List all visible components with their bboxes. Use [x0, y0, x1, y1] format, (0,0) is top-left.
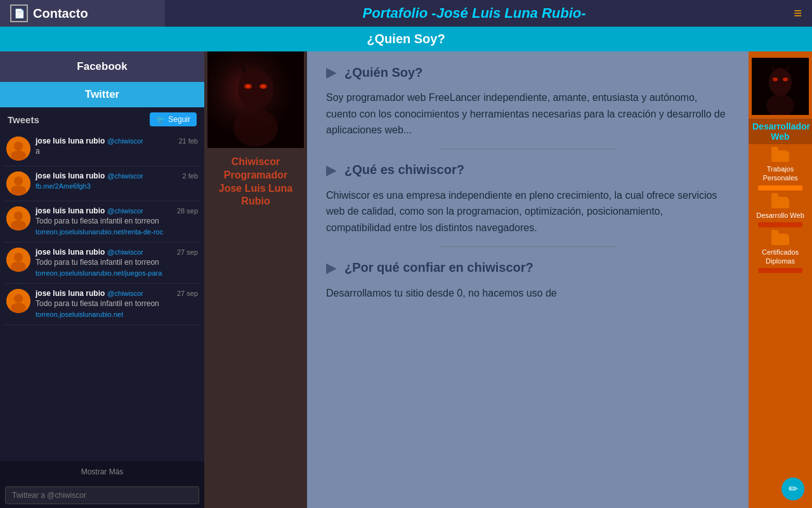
- right-sidebar-label: Desarrollo Web: [756, 211, 804, 220]
- tweet-text: fb.me/2Ame6fgh3: [36, 182, 198, 190]
- facebook-bar[interactable]: Facebook: [0, 51, 204, 82]
- play-icon: ▶: [326, 64, 337, 81]
- section-title: ¿Quién Soy?: [344, 65, 422, 80]
- twitter-bar: Twitter: [0, 82, 204, 107]
- sub-header-title: ¿Quien Soy?: [367, 32, 445, 46]
- sub-header: ¿Quien Soy?: [0, 27, 812, 51]
- svg-point-2: [11, 150, 26, 161]
- tweet-avatar: [6, 206, 30, 231]
- tweet-avatar: [6, 289, 30, 313]
- menu-icon[interactable]: ≡: [783, 5, 812, 22]
- main-layout: Facebook Twitter Tweets 🐦 Seguir: [0, 51, 812, 508]
- pencil-fab[interactable]: ✏: [782, 478, 804, 500]
- profile-image-inner: [207, 51, 304, 148]
- svg-point-1: [14, 142, 23, 150]
- folder-icon: [771, 150, 789, 162]
- tweet-username: jose luis luna rubio: [36, 248, 105, 257]
- tweet-username: jose luis luna rubio: [36, 171, 105, 180]
- tweet-date: 2 feb: [183, 172, 198, 180]
- tweets-list[interactable]: jose luis luna rubio @chiwiscor 21 feb a: [0, 131, 204, 461]
- tweet-avatar: [6, 248, 30, 272]
- tweets-title: Tweets: [8, 114, 39, 125]
- tweet-text: a: [36, 147, 198, 156]
- svg-point-27: [783, 77, 788, 81]
- svg-point-23: [233, 109, 278, 147]
- tweet-handle: @chiwiscor: [107, 172, 143, 180]
- follow-button[interactable]: 🐦 Seguir: [150, 112, 197, 126]
- tweet-content: jose luis luna rubio @chiwiscor 2 feb fb…: [36, 171, 198, 196]
- profile-panel: ChiwiscorProgramadorJose Luis LunaRubio: [204, 51, 307, 508]
- tweet-content: jose luis luna rubio @chiwiscor 27 sep T…: [36, 289, 198, 319]
- svg-point-4: [14, 177, 23, 185]
- play-icon: ▶: [326, 162, 337, 178]
- tweet-date: 21 feb: [178, 137, 198, 145]
- left-sidebar: Facebook Twitter Tweets 🐦 Seguir: [0, 51, 204, 508]
- section-divider: [439, 149, 617, 149]
- svg-point-19: [246, 85, 250, 88]
- tweet-content: jose luis luna rubio @chiwiscor 21 feb a: [36, 137, 198, 161]
- profile-image: [207, 51, 304, 148]
- svg-point-10: [14, 253, 23, 262]
- svg-point-11: [11, 262, 26, 272]
- svg-point-25: [769, 68, 792, 96]
- section-text: Chiwiscor es una empresa independiente e…: [326, 187, 730, 236]
- content-section-por-que: ▶ ¿Por qué confiar en chiwiscor? Desarro…: [326, 260, 730, 302]
- tweet-item: jose luis luna rubio @chiwiscor 2 feb fb…: [4, 166, 200, 201]
- content-section-que-es: ▶ ¿Qué es chiwiscor? Chiwiscor es una em…: [326, 162, 730, 247]
- tweet-handle: @chiwiscor: [107, 248, 143, 256]
- top-header: 📄 Contacto Portafolio -José Luis Luna Ru…: [0, 0, 812, 27]
- tweet-link[interactable]: torreon.joseluislunarubio.net: [36, 311, 123, 318]
- tweet-date: 27 sep: [177, 290, 198, 297]
- svg-point-7: [14, 211, 23, 220]
- tweets-header: Tweets 🐦 Seguir: [0, 107, 204, 131]
- developer-label: Desarrollador Web: [749, 119, 812, 144]
- tweet-date: 28 sep: [177, 207, 198, 215]
- svg-point-14: [11, 303, 26, 313]
- section-divider: [439, 246, 617, 247]
- svg-point-16: [238, 69, 273, 110]
- svg-point-8: [11, 220, 26, 231]
- sidebar-bar: [758, 268, 802, 273]
- tweet-handle: @chiwiscor: [107, 137, 143, 145]
- folder-icon: [771, 234, 789, 245]
- certificados-item[interactable]: CertificadosDiplomas: [752, 234, 809, 274]
- profile-name: ChiwiscorProgramadorJose Luis LunaRubio: [214, 148, 298, 211]
- tweets-section: Tweets 🐦 Seguir jose luis luna rubio @ch: [0, 107, 204, 508]
- tweet-content: jose luis luna rubio @chiwiscor 28 sep T…: [36, 206, 198, 237]
- logo-text: Contacto: [33, 6, 88, 21]
- tweet-handle: @chiwiscor: [107, 290, 143, 297]
- tweet-avatar: [6, 137, 30, 161]
- main-content[interactable]: ▶ ¿Quién Soy? Soy programador web FreeLa…: [307, 51, 749, 508]
- tweet-date: 27 sep: [177, 248, 198, 256]
- play-icon: ▶: [326, 260, 337, 276]
- right-profile-image: [752, 58, 809, 115]
- section-title: ¿Qué es chiwiscor?: [344, 163, 464, 177]
- sidebar-bar: [758, 222, 802, 227]
- tweet-text: Todo para tu fiesta infantil en torreon: [36, 258, 198, 267]
- section-heading: ▶ ¿Quién Soy?: [326, 64, 730, 81]
- tweet-link[interactable]: torreon.joseluislunarubio.net/renta-de-r…: [36, 228, 163, 236]
- tweet-username: jose luis luna rubio: [36, 289, 105, 298]
- tweet-item: jose luis luna rubio @chiwiscor 28 sep T…: [4, 201, 200, 243]
- folder-icon: [771, 197, 789, 208]
- sidebar-bar: [758, 185, 802, 190]
- pencil-icon: ✏: [789, 482, 798, 496]
- tweet-handle: @chiwiscor: [107, 207, 143, 215]
- tweet-input[interactable]: [5, 486, 199, 504]
- svg-point-5: [11, 185, 26, 196]
- trabajos-personales-item[interactable]: TrabajosPersonales: [752, 150, 809, 190]
- svg-point-13: [14, 294, 23, 303]
- section-heading: ▶ ¿Por qué confiar en chiwiscor?: [326, 260, 730, 276]
- desarrollo-web-item[interactable]: Desarrollo Web: [752, 197, 809, 227]
- right-sidebar-label: CertificadosDiplomas: [762, 248, 799, 266]
- mostrar-mas-button[interactable]: Mostrar Más: [0, 461, 204, 483]
- site-title: Portafolio -José Luis Luna Rubio-: [165, 5, 783, 22]
- tweet-link[interactable]: torreon.joseluislunarubio.net/juegos-par…: [36, 269, 162, 277]
- section-heading: ▶ ¿Qué es chiwiscor?: [326, 162, 730, 178]
- tweet-input-area: [0, 483, 204, 508]
- tweet-avatar: [6, 171, 30, 196]
- right-sidebar-label: TrabajosPersonales: [763, 164, 797, 183]
- svg-point-20: [261, 85, 265, 88]
- right-sidebar: Desarrollador Web TrabajosPersonales Des…: [749, 51, 812, 508]
- tweet-link[interactable]: fb.me/2Ame6fgh3: [36, 182, 91, 190]
